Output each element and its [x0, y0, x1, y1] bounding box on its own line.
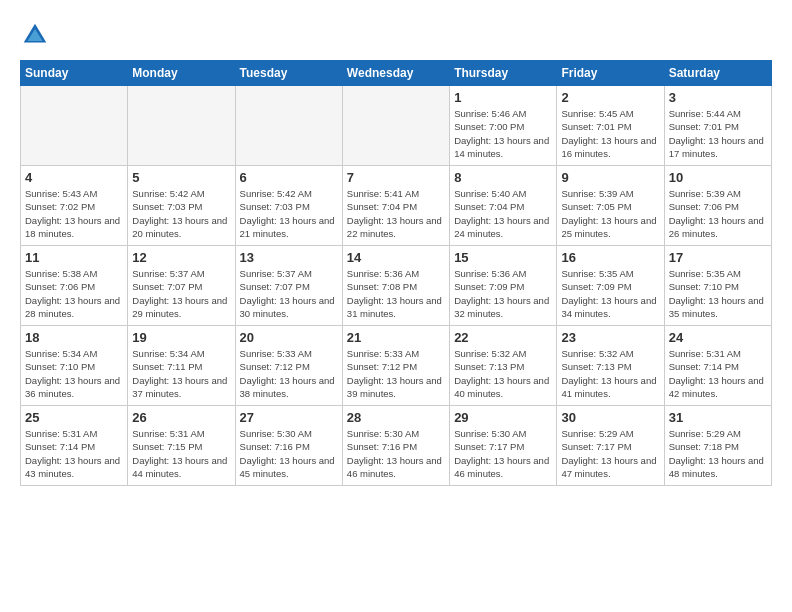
logo	[20, 20, 54, 50]
calendar-week-4: 18Sunrise: 5:34 AMSunset: 7:10 PMDayligh…	[21, 326, 772, 406]
header-sunday: Sunday	[21, 61, 128, 86]
day-number: 8	[454, 170, 552, 185]
day-info: Sunrise: 5:29 AMSunset: 7:17 PMDaylight:…	[561, 427, 659, 480]
header-friday: Friday	[557, 61, 664, 86]
header-monday: Monday	[128, 61, 235, 86]
calendar-cell: 13Sunrise: 5:37 AMSunset: 7:07 PMDayligh…	[235, 246, 342, 326]
day-number: 4	[25, 170, 123, 185]
calendar-cell: 1Sunrise: 5:46 AMSunset: 7:00 PMDaylight…	[450, 86, 557, 166]
day-info: Sunrise: 5:37 AMSunset: 7:07 PMDaylight:…	[132, 267, 230, 320]
calendar-cell	[235, 86, 342, 166]
day-info: Sunrise: 5:31 AMSunset: 7:14 PMDaylight:…	[25, 427, 123, 480]
header-saturday: Saturday	[664, 61, 771, 86]
day-number: 11	[25, 250, 123, 265]
day-number: 2	[561, 90, 659, 105]
day-info: Sunrise: 5:38 AMSunset: 7:06 PMDaylight:…	[25, 267, 123, 320]
day-number: 3	[669, 90, 767, 105]
calendar-cell: 16Sunrise: 5:35 AMSunset: 7:09 PMDayligh…	[557, 246, 664, 326]
day-number: 27	[240, 410, 338, 425]
day-number: 25	[25, 410, 123, 425]
logo-icon	[20, 20, 50, 50]
day-info: Sunrise: 5:30 AMSunset: 7:16 PMDaylight:…	[240, 427, 338, 480]
day-info: Sunrise: 5:40 AMSunset: 7:04 PMDaylight:…	[454, 187, 552, 240]
day-number: 23	[561, 330, 659, 345]
calendar-cell: 23Sunrise: 5:32 AMSunset: 7:13 PMDayligh…	[557, 326, 664, 406]
day-number: 22	[454, 330, 552, 345]
day-number: 10	[669, 170, 767, 185]
day-info: Sunrise: 5:31 AMSunset: 7:14 PMDaylight:…	[669, 347, 767, 400]
day-number: 1	[454, 90, 552, 105]
day-info: Sunrise: 5:35 AMSunset: 7:09 PMDaylight:…	[561, 267, 659, 320]
calendar-cell: 3Sunrise: 5:44 AMSunset: 7:01 PMDaylight…	[664, 86, 771, 166]
calendar-cell: 11Sunrise: 5:38 AMSunset: 7:06 PMDayligh…	[21, 246, 128, 326]
day-number: 20	[240, 330, 338, 345]
day-info: Sunrise: 5:42 AMSunset: 7:03 PMDaylight:…	[240, 187, 338, 240]
day-info: Sunrise: 5:34 AMSunset: 7:10 PMDaylight:…	[25, 347, 123, 400]
day-info: Sunrise: 5:45 AMSunset: 7:01 PMDaylight:…	[561, 107, 659, 160]
day-number: 17	[669, 250, 767, 265]
day-info: Sunrise: 5:31 AMSunset: 7:15 PMDaylight:…	[132, 427, 230, 480]
calendar-cell: 7Sunrise: 5:41 AMSunset: 7:04 PMDaylight…	[342, 166, 449, 246]
day-number: 9	[561, 170, 659, 185]
calendar-week-2: 4Sunrise: 5:43 AMSunset: 7:02 PMDaylight…	[21, 166, 772, 246]
calendar-cell: 28Sunrise: 5:30 AMSunset: 7:16 PMDayligh…	[342, 406, 449, 486]
day-info: Sunrise: 5:36 AMSunset: 7:08 PMDaylight:…	[347, 267, 445, 320]
day-number: 19	[132, 330, 230, 345]
calendar-week-5: 25Sunrise: 5:31 AMSunset: 7:14 PMDayligh…	[21, 406, 772, 486]
day-number: 18	[25, 330, 123, 345]
calendar-week-1: 1Sunrise: 5:46 AMSunset: 7:00 PMDaylight…	[21, 86, 772, 166]
calendar-cell: 21Sunrise: 5:33 AMSunset: 7:12 PMDayligh…	[342, 326, 449, 406]
day-info: Sunrise: 5:46 AMSunset: 7:00 PMDaylight:…	[454, 107, 552, 160]
day-number: 21	[347, 330, 445, 345]
day-number: 13	[240, 250, 338, 265]
day-number: 28	[347, 410, 445, 425]
day-info: Sunrise: 5:32 AMSunset: 7:13 PMDaylight:…	[561, 347, 659, 400]
calendar-cell: 8Sunrise: 5:40 AMSunset: 7:04 PMDaylight…	[450, 166, 557, 246]
day-number: 12	[132, 250, 230, 265]
calendar-cell: 30Sunrise: 5:29 AMSunset: 7:17 PMDayligh…	[557, 406, 664, 486]
calendar-week-3: 11Sunrise: 5:38 AMSunset: 7:06 PMDayligh…	[21, 246, 772, 326]
day-info: Sunrise: 5:33 AMSunset: 7:12 PMDaylight:…	[240, 347, 338, 400]
calendar-cell: 6Sunrise: 5:42 AMSunset: 7:03 PMDaylight…	[235, 166, 342, 246]
day-number: 16	[561, 250, 659, 265]
calendar-cell: 20Sunrise: 5:33 AMSunset: 7:12 PMDayligh…	[235, 326, 342, 406]
calendar-cell: 2Sunrise: 5:45 AMSunset: 7:01 PMDaylight…	[557, 86, 664, 166]
day-info: Sunrise: 5:34 AMSunset: 7:11 PMDaylight:…	[132, 347, 230, 400]
page-header	[20, 20, 772, 50]
calendar-cell: 25Sunrise: 5:31 AMSunset: 7:14 PMDayligh…	[21, 406, 128, 486]
day-number: 24	[669, 330, 767, 345]
day-info: Sunrise: 5:29 AMSunset: 7:18 PMDaylight:…	[669, 427, 767, 480]
calendar-header-row: SundayMondayTuesdayWednesdayThursdayFrid…	[21, 61, 772, 86]
day-number: 29	[454, 410, 552, 425]
day-info: Sunrise: 5:41 AMSunset: 7:04 PMDaylight:…	[347, 187, 445, 240]
day-number: 6	[240, 170, 338, 185]
calendar-cell	[21, 86, 128, 166]
day-info: Sunrise: 5:43 AMSunset: 7:02 PMDaylight:…	[25, 187, 123, 240]
day-number: 5	[132, 170, 230, 185]
day-info: Sunrise: 5:37 AMSunset: 7:07 PMDaylight:…	[240, 267, 338, 320]
day-number: 14	[347, 250, 445, 265]
calendar-cell: 29Sunrise: 5:30 AMSunset: 7:17 PMDayligh…	[450, 406, 557, 486]
day-number: 30	[561, 410, 659, 425]
calendar-cell: 15Sunrise: 5:36 AMSunset: 7:09 PMDayligh…	[450, 246, 557, 326]
header-wednesday: Wednesday	[342, 61, 449, 86]
day-number: 15	[454, 250, 552, 265]
calendar-cell: 27Sunrise: 5:30 AMSunset: 7:16 PMDayligh…	[235, 406, 342, 486]
header-tuesday: Tuesday	[235, 61, 342, 86]
calendar-cell: 19Sunrise: 5:34 AMSunset: 7:11 PMDayligh…	[128, 326, 235, 406]
calendar-cell: 9Sunrise: 5:39 AMSunset: 7:05 PMDaylight…	[557, 166, 664, 246]
calendar-cell: 24Sunrise: 5:31 AMSunset: 7:14 PMDayligh…	[664, 326, 771, 406]
day-number: 26	[132, 410, 230, 425]
day-info: Sunrise: 5:30 AMSunset: 7:16 PMDaylight:…	[347, 427, 445, 480]
calendar-cell: 18Sunrise: 5:34 AMSunset: 7:10 PMDayligh…	[21, 326, 128, 406]
calendar-cell: 4Sunrise: 5:43 AMSunset: 7:02 PMDaylight…	[21, 166, 128, 246]
calendar-table: SundayMondayTuesdayWednesdayThursdayFrid…	[20, 60, 772, 486]
calendar-cell: 5Sunrise: 5:42 AMSunset: 7:03 PMDaylight…	[128, 166, 235, 246]
calendar-cell: 22Sunrise: 5:32 AMSunset: 7:13 PMDayligh…	[450, 326, 557, 406]
day-info: Sunrise: 5:39 AMSunset: 7:05 PMDaylight:…	[561, 187, 659, 240]
day-info: Sunrise: 5:42 AMSunset: 7:03 PMDaylight:…	[132, 187, 230, 240]
calendar-cell	[128, 86, 235, 166]
calendar-cell: 31Sunrise: 5:29 AMSunset: 7:18 PMDayligh…	[664, 406, 771, 486]
calendar-cell: 10Sunrise: 5:39 AMSunset: 7:06 PMDayligh…	[664, 166, 771, 246]
calendar-cell: 14Sunrise: 5:36 AMSunset: 7:08 PMDayligh…	[342, 246, 449, 326]
